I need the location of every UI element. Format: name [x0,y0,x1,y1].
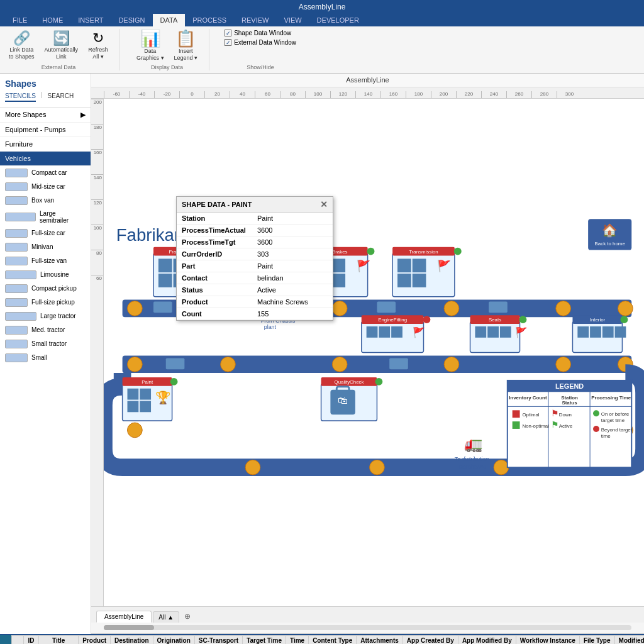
col-header-transport[interactable]: SC-Transport [194,635,242,644]
col-header-modified[interactable]: Modified [614,635,644,644]
col-header-app-created[interactable]: App Created By [402,635,458,644]
sidebar-tab-stencils[interactable]: STENCILS [5,91,36,102]
sidebar-item-more-shapes[interactable]: More Shapes ▶ [0,108,91,123]
svg-text:🛍: 🛍 [338,395,348,406]
ruler-horizontal: -60 -40 -20 0 20 40 60 80 100 120 140 16… [91,87,644,99]
svg-rect-62 [487,326,499,338]
link-data-button[interactable]: 🔗 Link Datato Shapes [5,30,38,62]
shape-large-semitrailer[interactable]: Large semitrailer [0,208,91,226]
col-header-workflow[interactable]: Workflow Instance [516,635,579,644]
tab-home[interactable]: HOME [35,14,70,26]
ruler-mark: 300 [557,91,582,98]
tab-design[interactable]: DESIGN [111,14,152,26]
col-header-attachments[interactable]: Attachments [357,635,403,644]
panel-header: SHAPE DATA - PAINT ✕ [177,197,333,213]
tab-developer[interactable]: DEVELOPER [309,14,367,26]
col-header-title[interactable]: Title [39,635,79,644]
col-header-product[interactable]: Product [79,635,111,644]
sidebar-item-vehicles[interactable]: Vehicles [0,152,91,166]
shape-midsize-car[interactable]: Mid-size car [0,180,91,194]
compact-pickup-label: Compact pickup [31,285,77,292]
data-graphics-button[interactable]: 📊 DataGraphics ▾ [133,29,168,63]
panel-close-button[interactable]: ✕ [320,199,328,209]
midsize-car-icon [5,182,28,191]
svg-point-66 [620,316,628,323]
shape-small[interactable]: Small [0,351,91,365]
shape-fullsize-car[interactable]: Full-size car [0,226,91,240]
col-header-destination[interactable]: Destination [111,635,153,644]
svg-point-22 [370,460,385,475]
tab-process[interactable]: PROCESS [185,14,234,26]
auto-link-button[interactable]: 🔄 AutomaticallyLink [41,30,82,62]
col-header-id[interactable]: ID [23,635,39,644]
field-key: ProcessTimeActual [177,224,252,236]
link-data-icon: 🔗 [13,31,30,45]
scroll-thumb[interactable] [104,625,154,630]
svg-point-16 [556,357,571,372]
svg-text:time: time [601,433,611,438]
refresh-icon: ↻ [92,31,104,45]
tab-all-button[interactable]: All ▲ [153,611,179,623]
canvas-inner: Fabrikam Assembly 🏠 Back to home [104,99,644,606]
canvas-tab-assemblyline[interactable]: AssemblyLine [96,611,152,623]
svg-point-15 [444,357,459,372]
field-key: Count [177,308,252,319]
shape-compact-car[interactable]: Compact car [0,166,91,180]
shape-fullsize-pickup[interactable]: Full-size pickup [0,296,91,309]
shape-small-tractor[interactable]: Small tractor [0,337,91,351]
sidebar-tab-search[interactable]: SEARCH [48,91,74,102]
col-header-time[interactable]: Time [286,635,308,644]
shape-fullsize-van[interactable]: Full-size van [0,254,91,268]
horizontal-scrollbar[interactable] [91,623,644,634]
svg-point-60 [519,316,527,323]
panel-scroll[interactable]: Station Paint ProcessTimeActual 3600 Pro… [177,213,333,320]
ruler-vertical: 200 180 160 140 120 100 80 60 [91,99,104,606]
small-label: Small [31,354,47,361]
svg-rect-48 [397,258,411,272]
external-data-section: External... ID Title Product Destination… [0,634,644,644]
tab-view[interactable]: VIEW [276,14,309,26]
tab-insert[interactable]: INSERT [70,14,111,26]
sidebar-item-furniture[interactable]: Furniture [0,137,91,152]
col-header-target-time[interactable]: Target Time [243,635,286,644]
col-header-filetype[interactable]: File Type [579,635,614,644]
shape-box-van[interactable]: Box van [0,194,91,208]
tab-review[interactable]: REVIEW [234,14,276,26]
col-header-origination[interactable]: Origination [153,635,194,644]
refresh-button[interactable]: ↻ RefreshAll ▾ [84,30,112,62]
sidebar-title: Shapes [5,79,86,89]
canvas-scroll[interactable]: Fabrikam Assembly 🏠 Back to home [104,99,644,606]
data-table-area[interactable]: ID Title Product Destination Origination… [11,635,644,644]
insert-legend-button[interactable]: 📋 InsertLegend ▾ [170,29,202,63]
col-header-app-modified[interactable]: App Modified By [458,635,516,644]
sidebar-item-equipment-pumps[interactable]: Equipment - Pumps [0,123,91,137]
box-van-icon [5,196,28,205]
shape-compact-pickup[interactable]: Compact pickup [0,282,91,296]
shape-data-window-toggle[interactable]: Shape Data Window [222,29,299,37]
ruler-mark: 280 [531,91,557,98]
field-value: belindan [252,272,333,284]
ruler-mark: 240 [481,91,506,98]
table-row: Part Paint [177,260,333,272]
shape-large-tractor[interactable]: Large tractor [0,309,91,323]
tab-file[interactable]: FILE [5,14,35,26]
tab-data[interactable]: DATA [153,14,186,26]
svg-point-79 [375,378,382,386]
show-hide-group-label: Show/Hide [247,63,274,70]
large-tractor-label: Large tractor [40,313,76,319]
external-data-window-toggle[interactable]: External Data Window [222,38,299,47]
ruler-mark: 80 [280,91,305,98]
svg-point-6 [556,301,571,316]
field-key: Product [177,296,252,308]
tab-add-button[interactable]: ⊕ [180,610,194,623]
more-shapes-arrow: ▶ [80,111,86,119]
shape-minivan[interactable]: Minivan [0,240,91,254]
svg-rect-76 [140,401,151,412]
shape-limousine[interactable]: Limousine [0,268,91,282]
col-header-content-type[interactable]: Content Type [309,635,357,644]
small-icon [5,353,28,362]
shape-med-tractor[interactable]: Med. tractor [0,323,91,337]
svg-point-7 [618,301,633,316]
svg-point-113 [593,426,599,432]
svg-text:target time: target time [601,418,625,423]
